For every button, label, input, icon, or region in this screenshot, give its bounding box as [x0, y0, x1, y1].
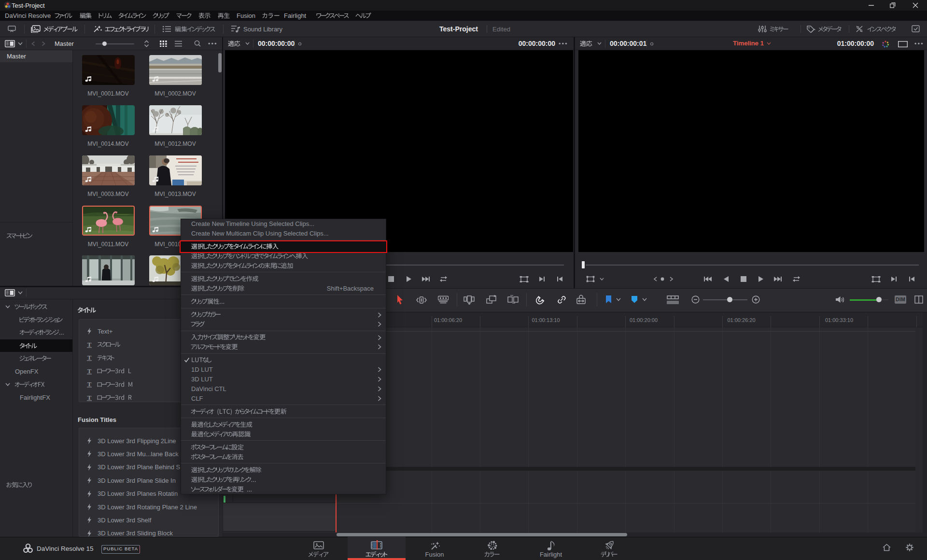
svg-text:T: T — [87, 341, 92, 348]
svg-text:T: T — [87, 354, 92, 361]
svg-text:T: T — [87, 381, 92, 388]
svg-text:T: T — [87, 394, 92, 401]
svg-text:T: T — [87, 368, 92, 375]
